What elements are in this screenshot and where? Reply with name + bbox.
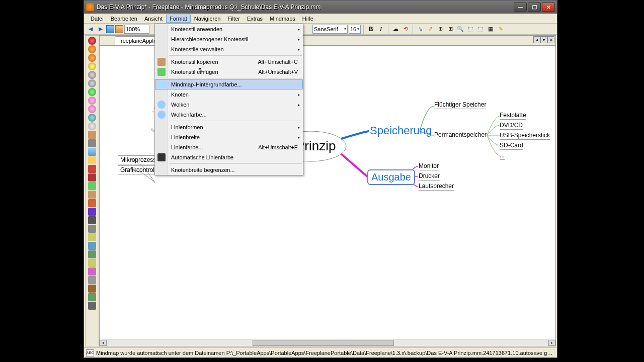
palette-icon[interactable] (88, 216, 96, 224)
menu-mindmaps[interactable]: Mindmaps (266, 15, 299, 23)
tb-tool1-icon[interactable]: ↘ (416, 25, 425, 34)
node-ausgabe-item[interactable]: Lautsprecher (419, 183, 454, 191)
bold-button[interactable]: B (366, 25, 375, 34)
palette-icon[interactable] (88, 71, 96, 79)
palette-icon[interactable] (88, 293, 96, 301)
palette-icon[interactable] (88, 259, 96, 267)
minimize-button[interactable]: — (514, 3, 527, 12)
tb-tool2-icon[interactable]: ↗ (426, 25, 435, 34)
tb-img-icon[interactable] (106, 25, 114, 33)
palette-icon[interactable] (88, 285, 96, 293)
palette-icon[interactable] (88, 208, 96, 216)
tab-next-icon[interactable]: ▾ (540, 36, 547, 43)
font-select[interactable]: SansSerif (312, 25, 348, 34)
palette-icon[interactable] (88, 88, 96, 96)
menu-item[interactable]: Linienbreite▸ (155, 132, 303, 142)
horizontal-scrollbar[interactable]: ◂ ▸ (100, 339, 555, 346)
palette-icon[interactable] (88, 173, 96, 182)
tb-tool6-icon[interactable]: ⬚ (476, 25, 485, 34)
palette-icon[interactable] (88, 199, 96, 207)
menu-item[interactable]: Wolkenfarbe... (155, 110, 303, 120)
scroll-track[interactable] (107, 340, 548, 346)
palette-icon[interactable] (88, 37, 96, 45)
tb-cloud-icon[interactable]: ☁ (391, 25, 400, 34)
palette-icon[interactable] (88, 276, 96, 284)
menu-datei[interactable]: Datei (87, 15, 107, 23)
menu-extras[interactable]: Extras (244, 15, 266, 23)
palette-icon[interactable] (88, 79, 96, 87)
palette-icon[interactable] (88, 148, 96, 156)
palette-icon[interactable] (88, 45, 96, 53)
tb-tool3-icon[interactable]: ⊕ (436, 25, 445, 34)
menu-format[interactable]: Format (166, 15, 191, 23)
tab-close-icon[interactable]: ✕ (547, 36, 554, 43)
tb-tool7-icon[interactable]: ▦ (486, 25, 495, 34)
menu-item[interactable]: Knotenstil anwenden▸ (155, 24, 303, 34)
tb-next-icon[interactable]: ▶ (96, 25, 105, 34)
tab-prev-icon[interactable]: ◂ (533, 36, 540, 43)
palette-icon[interactable] (88, 97, 96, 105)
palette-icon[interactable] (88, 182, 96, 190)
close-button[interactable]: ✕ (542, 3, 555, 12)
node-ausgabe-item[interactable]: Drucker (419, 172, 440, 180)
maximize-button[interactable]: ❐ (528, 3, 541, 12)
tb-tool5-icon[interactable]: ⬚ (466, 25, 475, 34)
palette-icon[interactable] (88, 165, 96, 173)
palette-icon[interactable] (88, 225, 96, 233)
menu-item[interactable]: Knotenbreite begrenzen... (155, 165, 303, 175)
node-ausgabe[interactable]: Ausgabe (367, 169, 415, 185)
palette-icon[interactable] (88, 156, 96, 164)
menu-item[interactable]: Wolken▸ (155, 100, 303, 110)
palette-icon[interactable] (88, 191, 96, 199)
menu-navigieren[interactable]: Navigieren (191, 15, 224, 23)
tb-tool4-icon[interactable]: ⊞ (446, 25, 455, 34)
palette-icon[interactable] (88, 114, 96, 122)
titlebar[interactable]: Das E-V-A Prinzip* - Freeplane - Mindmap… (84, 1, 557, 14)
menu-item[interactable]: Knotenstile verwalten▸ (155, 44, 303, 54)
palette-icon[interactable] (88, 62, 96, 70)
palette-icon[interactable] (88, 54, 96, 62)
menu-item[interactable]: Hierarchiebezogener Knotenstil▸ (155, 34, 303, 44)
italic-button[interactable]: I (376, 25, 385, 34)
palette-icon[interactable] (88, 267, 96, 276)
menu-item[interactable]: Knotenstil einfügenAlt+Umschalt+V (155, 67, 303, 77)
palette-icon[interactable] (88, 131, 96, 139)
palette-icon[interactable] (88, 242, 96, 250)
palette-icon[interactable] (88, 105, 96, 113)
palette-icon[interactable] (88, 233, 96, 241)
menu-item[interactable]: Mindmap-Hintergrundfarbe... (155, 79, 303, 89)
menu-ansicht[interactable]: Ansicht (141, 15, 166, 23)
node-permanent[interactable]: Permanentspeicher (434, 131, 487, 139)
zoom-select[interactable]: 100% (124, 25, 149, 34)
menu-item[interactable]: Linienformen▸ (155, 122, 303, 132)
palette-icon[interactable] (88, 122, 96, 130)
fontsize-select[interactable]: 16 (349, 25, 361, 34)
status-abc-icon[interactable]: ABC (86, 349, 94, 356)
node-fluechtiger[interactable]: Flüchtiger Speicher (434, 101, 486, 109)
menu-item[interactable]: Automatische Linienfarbe (155, 152, 303, 162)
scroll-thumb[interactable] (253, 340, 394, 346)
menu-bearbeiten[interactable]: Bearbeiten (107, 15, 141, 23)
icon-palette[interactable] (85, 35, 99, 346)
palette-icon[interactable] (88, 139, 96, 147)
menu-item[interactable]: Knotenstil kopierenAlt+Umschalt+C (155, 57, 303, 67)
tb-search-icon[interactable]: 🔍 (456, 25, 465, 34)
scroll-right-icon[interactable]: ▸ (548, 340, 555, 346)
node-perm-item[interactable]: ... (500, 152, 505, 160)
node-perm-item[interactable]: SD-Card (500, 142, 523, 150)
palette-icon[interactable] (88, 302, 96, 310)
node-ausgabe-item[interactable]: Monitor (419, 162, 439, 170)
menubar[interactable]: Datei Bearbeiten Ansicht Format Navigier… (84, 14, 557, 24)
scroll-left-icon[interactable]: ◂ (100, 340, 107, 346)
menu-item[interactable]: Knoten▸ (155, 89, 303, 100)
tb-link-icon[interactable]: ⟲ (401, 25, 410, 34)
menu-filter[interactable]: Filter (224, 15, 243, 23)
node-perm-item[interactable]: Festplatte (500, 112, 526, 120)
palette-icon[interactable] (88, 250, 96, 258)
menu-hilfe[interactable]: Hilfe (299, 15, 317, 23)
tb-img2-icon[interactable] (115, 25, 123, 33)
node-speicherung[interactable]: Speicherung (370, 124, 432, 137)
node-perm-item[interactable]: USB-Speicherstick (500, 132, 550, 140)
tb-tool8-icon[interactable]: ✎ (496, 25, 505, 34)
tb-prev-icon[interactable]: ◀ (86, 25, 95, 34)
